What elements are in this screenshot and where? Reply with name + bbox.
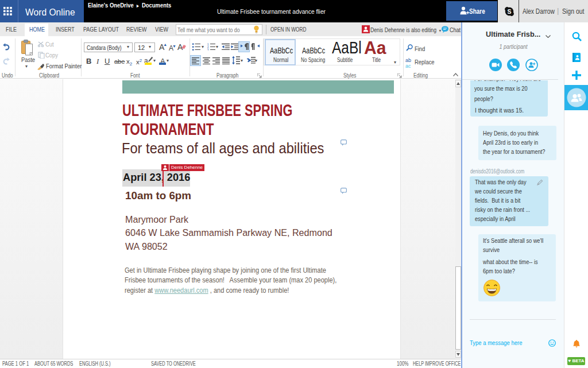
svg-text:3: 3 xyxy=(207,49,209,51)
svg-text:S: S xyxy=(507,8,511,15)
